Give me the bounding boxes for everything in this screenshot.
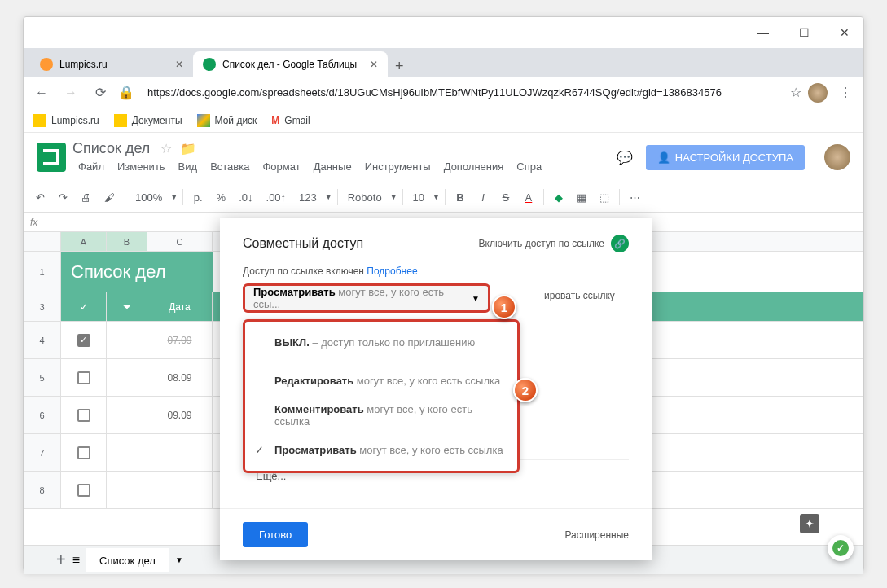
date-cell[interactable]: 08.09 (147, 359, 213, 396)
row-header[interactable]: 8 (24, 472, 61, 508)
menu-addons[interactable]: Дополнения (438, 159, 510, 174)
menu-help[interactable]: Спра (511, 159, 547, 174)
paint-format-button[interactable]: 🖌 (99, 188, 120, 207)
profile-avatar[interactable] (808, 83, 828, 103)
close-button[interactable]: ✕ (832, 20, 857, 45)
menu-data[interactable]: Данные (308, 159, 358, 174)
row-header[interactable]: 1 (24, 252, 61, 292)
checkbox-cell[interactable] (61, 472, 107, 508)
all-sheets-button[interactable]: ≡ (72, 553, 80, 568)
tab-lumpics[interactable]: Lumpics.ru ✕ (30, 51, 193, 77)
date-cell[interactable]: 09.09 (147, 397, 213, 433)
checkbox-cell[interactable] (61, 359, 107, 396)
add-sheet-button[interactable]: + (56, 551, 66, 569)
link-sharing-toggle[interactable]: Включить доступ по ссылке 🔗 (479, 235, 630, 252)
access-dropdown[interactable]: Просматривать могут все, у кого есть ссы… (243, 283, 490, 313)
print-button[interactable]: 🖨 (76, 188, 96, 207)
extension-badge[interactable] (828, 535, 854, 561)
comments-button[interactable]: 💬 (610, 143, 639, 172)
lock-icon: 🔒 (118, 85, 134, 100)
menu-item-view[interactable]: ✓Просматривать могут все, у кого есть сс… (245, 436, 517, 464)
zoom-select[interactable]: 100% (130, 188, 167, 207)
strike-button[interactable]: S (496, 188, 516, 207)
undo-button[interactable]: ↶ (30, 188, 50, 207)
explore-button[interactable]: ✦ (800, 514, 819, 533)
percent-button[interactable]: % (211, 188, 231, 207)
borders-button[interactable]: ▦ (572, 188, 591, 207)
header-date[interactable]: Дата (147, 292, 213, 321)
merge-button[interactable]: ⬚ (595, 188, 614, 207)
col-header-a[interactable]: A (61, 232, 107, 251)
share-button[interactable]: 👤 НАСТРОЙКИ ДОСТУПА (646, 145, 805, 170)
maximize-button[interactable]: ☐ (792, 20, 816, 45)
document-title[interactable]: Список дел (72, 140, 150, 156)
account-avatar[interactable] (824, 144, 850, 170)
callout-1: 1 (492, 295, 516, 319)
folder-icon[interactable]: 📁 (180, 142, 196, 156)
sheet-menu-icon[interactable]: ▼ (175, 555, 183, 564)
forward-button[interactable]: → (59, 81, 82, 104)
date-cell[interactable]: 07.09 (147, 322, 213, 358)
header-check[interactable]: ✓ (61, 292, 107, 321)
row-header[interactable]: 5 (24, 359, 61, 396)
fill-color-button[interactable]: ◆ (549, 188, 569, 207)
filter-icon[interactable]: ⏷ (107, 292, 147, 321)
menu-view[interactable]: Вид (173, 159, 204, 174)
new-tab-button[interactable]: + (388, 55, 411, 77)
sheets-logo-icon[interactable] (37, 143, 66, 172)
menu-insert[interactable]: Вставка (204, 159, 255, 174)
reload-button[interactable]: ⟳ (89, 81, 112, 104)
col-header-b[interactable]: B (107, 232, 147, 251)
more-button[interactable]: ⋯ (625, 188, 645, 207)
font-select[interactable]: Roboto (343, 188, 387, 207)
bookmark-gmail[interactable]: MGmail (271, 115, 310, 126)
checkbox-cell[interactable]: ✓ (61, 322, 107, 358)
col-header-c[interactable]: C (147, 232, 213, 251)
dec-decrease-button[interactable]: .0↓ (234, 188, 257, 207)
title-cell[interactable]: Список дел (61, 252, 213, 292)
bookmark-lumpics[interactable]: Lumpics.ru (33, 114, 99, 127)
select-all-corner[interactable] (24, 232, 61, 251)
menu-button[interactable]: ⋮ (834, 81, 857, 104)
row-header[interactable]: 7 (24, 434, 61, 471)
menu-file[interactable]: Файл (72, 159, 110, 174)
menu-edit[interactable]: Изменить (112, 159, 171, 174)
tab-sheets[interactable]: Список дел - Google Таблицы ✕ (193, 51, 388, 77)
redo-button[interactable]: ↷ (53, 188, 72, 207)
dec-increase-button[interactable]: .00↑ (261, 188, 292, 207)
menu-item-comment[interactable]: Комментировать могут все, у кого есть сс… (245, 395, 517, 436)
bookmark-drive[interactable]: Мой диск (197, 114, 257, 127)
star-icon[interactable]: ☆ (790, 85, 801, 100)
row-header[interactable]: 4 (24, 322, 61, 358)
tab-close-icon[interactable]: ✕ (370, 59, 378, 70)
browser-tabs: Lumpics.ru ✕ Список дел - Google Таблицы… (24, 48, 863, 77)
done-button[interactable]: Готово (243, 522, 308, 547)
italic-button[interactable]: I (473, 188, 493, 207)
font-size-select[interactable]: 10 (408, 188, 429, 207)
advanced-link[interactable]: Расширенные (564, 529, 629, 541)
dialog-title: Совместный доступ (243, 236, 363, 251)
bookmark-docs[interactable]: Документы (114, 114, 182, 127)
menu-item-off[interactable]: ВЫКЛ. – доступ только по приглашению (245, 328, 517, 357)
bold-button[interactable]: B (450, 188, 470, 207)
share-dialog: Совместный доступ Включить доступ по ссы… (220, 218, 652, 560)
url-input[interactable] (147, 81, 777, 104)
link-icon: 🔗 (611, 235, 629, 252)
back-button[interactable]: ← (30, 81, 53, 104)
learn-more-link[interactable]: Подробнее (367, 265, 417, 277)
checkbox-cell[interactable] (61, 397, 107, 433)
text-color-button[interactable]: A (519, 188, 538, 207)
format-select[interactable]: 123 (294, 188, 322, 207)
star-icon[interactable]: ☆ (160, 142, 172, 156)
menu-item-edit[interactable]: Редактировать могут все, у кого есть ссы… (245, 366, 517, 395)
checkbox-cell[interactable] (61, 434, 107, 471)
copy-link-button[interactable]: ировать ссылку (544, 290, 615, 301)
sheet-tab[interactable]: Список дел (86, 548, 169, 572)
menu-format[interactable]: Формат (257, 159, 305, 174)
minimize-button[interactable]: — (751, 20, 775, 45)
tab-close-icon[interactable]: ✕ (175, 59, 183, 70)
currency-button[interactable]: р. (188, 188, 208, 207)
menu-tools[interactable]: Инструменты (359, 159, 437, 174)
row-header[interactable]: 3 (24, 292, 61, 321)
row-header[interactable]: 6 (24, 397, 61, 433)
